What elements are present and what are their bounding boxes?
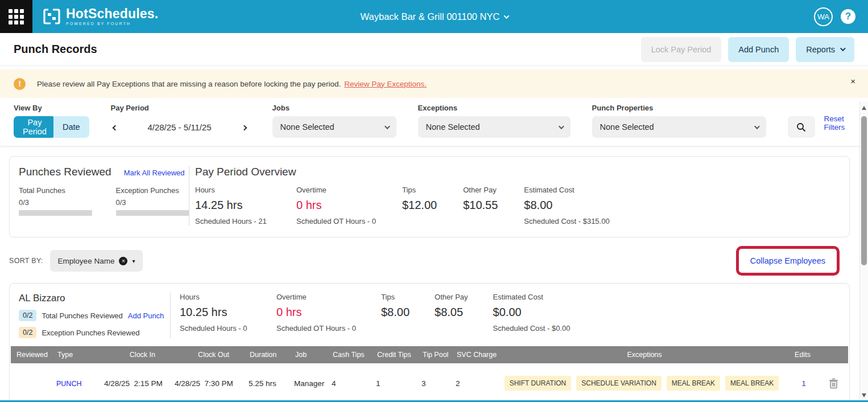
collapse-employees-link[interactable]: Collapse Employees [750,256,825,265]
summary-card: Punches Reviewed Mark All Reviewed Total… [9,156,850,237]
next-period-button[interactable] [240,120,249,134]
svc-charge-value: 2 [450,379,499,388]
col-edits: Edits [783,351,816,359]
exception-chip: SCHEDULE VARIATION [576,376,662,391]
pay-period-label: Pay Period [111,104,249,112]
credit-tips-value: 1 [370,379,416,388]
lock-pay-period-button[interactable]: Lock Pay Period [641,37,722,62]
view-by-date-button[interactable]: Date [53,116,89,138]
reports-button[interactable]: Reports [796,37,854,62]
pay-period-overview-title: Pay Period Overview [195,166,849,178]
clock-out-value: 4/28/25 7:30 PM [169,379,243,388]
pay-exceptions-banner: ! Please review all Pay Exceptions that … [0,69,868,98]
scroll-down-icon[interactable] [862,393,866,397]
punch-properties-select[interactable]: None Selected [592,116,766,138]
clear-sort-icon[interactable]: × [119,257,127,265]
exception-chip: SHIFT DURATION [505,376,572,391]
employee-add-punch-link[interactable]: Add Punch [128,311,164,320]
jobs-label: Jobs [272,104,396,112]
employee-overtime-value: 0 hrs [276,306,356,319]
punch-type-link[interactable]: PUNCH [56,380,81,388]
sort-selector[interactable]: Employee Name × ▾ [50,250,143,272]
app-launcher-button[interactable] [0,0,32,33]
view-by-label: View By [14,104,89,112]
total-punches-progressbar [19,210,92,216]
scrollbar-thumb[interactable] [861,116,867,265]
col-clock-in: Clock In [100,351,170,359]
employee-overtime-sub: Scheduled OT Hours - 0 [276,324,356,333]
review-pay-exceptions-link[interactable]: Review Pay Exceptions. [344,80,427,88]
scroll-up-icon[interactable] [862,106,866,110]
exceptions-select[interactable]: None Selected [418,116,571,138]
exception-chip: MEAL BREAK [725,376,779,391]
avatar[interactable]: WA [814,7,833,26]
caret-down-icon: ▾ [132,258,135,264]
jobs-select[interactable]: None Selected [272,116,396,138]
exceptions-label: Exceptions [418,104,571,112]
employee-tips-value: $8.00 [381,306,410,319]
punch-properties-label: Punch Properties [592,104,766,112]
mark-all-reviewed-link[interactable]: Mark All Reviewed [124,169,185,177]
store-selector[interactable]: Wayback Bar & Grill 001100 NYC [361,11,508,22]
employee-tips-label: Tips [381,293,410,301]
employee-hours-label: Hours [180,293,251,301]
estimated-cost-sub: Scheduled Cost - $315.00 [524,217,609,225]
employee-hours-value: 10.25 hrs [180,306,251,319]
highlight-annotation: Collapse Employees [736,246,840,276]
sort-row: SORT BY: Employee Name × ▾ Collapse Empl… [9,244,850,277]
tips-label: Tips [402,186,437,194]
exception-punches-progressbar [116,210,189,216]
total-punches-label: Total Punches [19,186,92,195]
cash-tips-value: 4 [326,379,370,388]
chevron-down-icon [840,46,846,51]
add-punch-button[interactable]: Add Punch [728,37,789,62]
exception-punches-label: Exception Punches [116,186,189,195]
other-pay-label: Other Pay [463,186,498,194]
exception-chip: MEAL BREAK [667,376,720,391]
chevron-left-icon [112,125,118,131]
exception-punches-reviewed-label: Exception Punches Reviewed [42,329,139,337]
clock-in-value: 4/28/25 2:15 PM [98,379,169,388]
delete-punch-button[interactable] [817,378,849,389]
employee-other-pay-label: Other Pay [435,293,468,301]
punches-reviewed-title: Punches Reviewed [19,166,111,178]
top-navigation-bar: HotSchedules. POWERED BY FOURTH Wayback … [0,0,868,33]
pay-period-range: 4/28/25 - 5/11/25 [134,122,225,132]
employee-overtime-label: Overtime [276,293,356,301]
punch-table-body: PUNCH 4/28/25 2:15 PM 4/28/25 7:30 PM 5.… [10,363,849,402]
col-duration: Duration [244,351,290,359]
col-svc-charge: SVC Charge [451,351,500,359]
chevron-down-icon [385,124,390,129]
total-punches-value: 0/3 [19,198,92,207]
filter-bar: View By Pay Period Date Pay Period 4/28/… [0,98,868,146]
chevron-down-icon [559,124,564,129]
previous-period-button[interactable] [111,120,119,134]
view-by-pay-period-button[interactable]: Pay Period [14,116,56,138]
total-punches-reviewed-label: Total Punches Reviewed [42,311,122,320]
app-grid-icon [9,9,24,24]
job-value: Manager [288,379,326,388]
store-name: Wayback Bar & Grill 001100 NYC [361,11,500,22]
exception-punches-badge: 0/2 [19,327,36,338]
edits-link[interactable]: 1 [801,379,806,388]
col-job: Job [290,351,327,359]
col-type: Type [52,351,100,359]
vertical-scrollbar[interactable] [859,101,868,402]
overtime-sub: Scheduled OT Hours - 0 [296,217,376,225]
employee-card: AL Bizzaro 0/2 Total Punches Reviewed Ad… [9,283,850,402]
warning-icon: ! [14,78,26,90]
overtime-label: Overtime [296,186,376,194]
search-button[interactable] [788,116,815,138]
total-punches-badge: 0/2 [19,310,36,321]
employee-other-pay-value: $8.05 [435,306,468,319]
hotschedules-logo-icon [43,7,61,26]
tips-value: $12.00 [402,199,437,212]
exception-punches-value: 0/3 [116,198,189,207]
help-icon[interactable]: ? [841,9,855,24]
overtime-value: 0 hrs [296,199,376,212]
chevron-down-icon [503,13,509,19]
col-clock-out: Clock Out [170,351,244,359]
close-icon[interactable]: × [850,76,855,86]
col-reviewed: Reviewed [11,351,52,359]
reset-filters-link[interactable]: Reset Filters [824,114,854,132]
